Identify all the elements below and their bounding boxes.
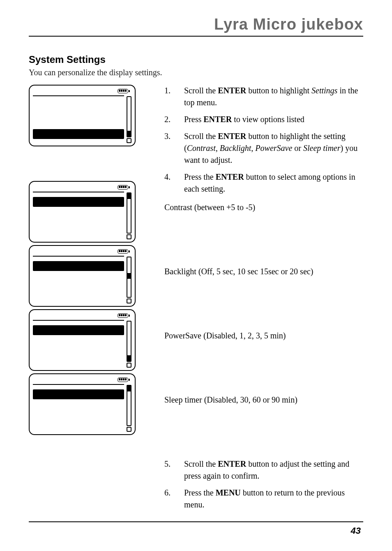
step-number: 3. (164, 130, 184, 166)
device-row (33, 289, 124, 299)
step-text: Press the ENTER button to select among o… (184, 171, 363, 195)
scrollbar (127, 192, 131, 239)
device-row (33, 418, 124, 428)
device-row (33, 389, 124, 399)
battery-icon (118, 185, 130, 190)
device-row (33, 339, 124, 349)
battery-icon (118, 89, 130, 93)
option-sleeptimer: Sleep timer (Disabled, 30, 60 or 90 min) (164, 394, 363, 458)
device-row (33, 325, 124, 335)
step-number: 5. (164, 458, 184, 482)
step-number: 1. (164, 85, 184, 109)
device-row (33, 403, 124, 413)
instruction-step: 1.Scroll the ENTER button to highlight S… (164, 85, 363, 109)
scrollbar (127, 257, 131, 303)
footer-rule (29, 521, 363, 522)
section-subtitle: You can personalize the display settings… (29, 68, 363, 77)
option-contrast: Contrast (between +5 to -5) (164, 200, 363, 266)
option-label: Backlight (Off, 5 sec, 10 sec 15sec or 2… (164, 266, 363, 277)
device-row (33, 211, 124, 221)
page: Lyra Micro jukebox System Settings You c… (0, 0, 392, 551)
instruction-step: 4.Press the ENTER button to select among… (164, 171, 363, 195)
section-title: System Settings (29, 54, 363, 65)
left-column (29, 85, 156, 516)
device-row (33, 115, 124, 125)
scrollbar (127, 385, 131, 432)
option-label: PowerSave (Disabled, 1, 2, 3, 5 min) (164, 330, 363, 341)
step-text: Scroll the ENTER button to adjust the se… (184, 458, 363, 482)
option-backlight: Backlight (Off, 5 sec, 10 sec 15sec or 2… (164, 266, 363, 330)
device-rows (33, 321, 124, 368)
device-screen (29, 85, 156, 149)
step-text: Press ENTER to view options listed (184, 113, 363, 125)
battery-icon (118, 377, 130, 382)
instruction-step: 3.Scroll the ENTER button to highlight t… (164, 130, 363, 166)
step-number: 4. (164, 171, 184, 195)
battery-icon (118, 249, 130, 254)
battery-icon (118, 313, 130, 318)
header-title: Lyra Micro jukebox (29, 16, 363, 37)
option-powersave: PowerSave (Disabled, 1, 2, 3, 5 min) (164, 330, 363, 394)
device-rows (33, 96, 124, 143)
scrollbar (127, 96, 131, 143)
instruction-step: 6.Press the MENU button to return to the… (164, 487, 363, 511)
step-text: Press the MENU button to return to the p… (184, 487, 363, 511)
instruction-step: 2.Press ENTER to view options listed (164, 113, 363, 125)
device-row (33, 101, 124, 111)
device-row (33, 354, 124, 363)
device-rows (33, 385, 124, 432)
device-screen (29, 181, 156, 245)
device-rows (33, 257, 124, 303)
step-number: 6. (164, 487, 184, 511)
instruction-list-bottom: 5.Scroll the ENTER button to adjust the … (164, 458, 363, 511)
device-screen (29, 309, 156, 373)
instruction-list-top: 1.Scroll the ENTER button to highlight S… (164, 85, 363, 195)
content-columns: 1.Scroll the ENTER button to highlight S… (29, 85, 363, 516)
option-label: Sleep timer (Disabled, 30, 60 or 90 min) (164, 394, 363, 405)
step-text: Scroll the ENTER button to highlight Set… (184, 85, 363, 109)
device-row (33, 197, 124, 207)
step-text: Scroll the ENTER button to highlight the… (184, 130, 363, 166)
device-row (33, 129, 124, 139)
right-column: 1.Scroll the ENTER button to highlight S… (156, 85, 363, 516)
spacer (29, 149, 156, 181)
device-row (33, 225, 124, 235)
device-screen (29, 373, 156, 438)
scrollbar (127, 321, 131, 368)
device-rows (33, 192, 124, 239)
device-row (33, 261, 124, 271)
device-row (33, 275, 124, 285)
page-number: 43 (351, 526, 361, 536)
instruction-step: 5.Scroll the ENTER button to adjust the … (164, 458, 363, 482)
device-screen (29, 245, 156, 309)
option-label: Contrast (between +5 to -5) (164, 201, 363, 213)
step-number: 2. (164, 113, 184, 125)
